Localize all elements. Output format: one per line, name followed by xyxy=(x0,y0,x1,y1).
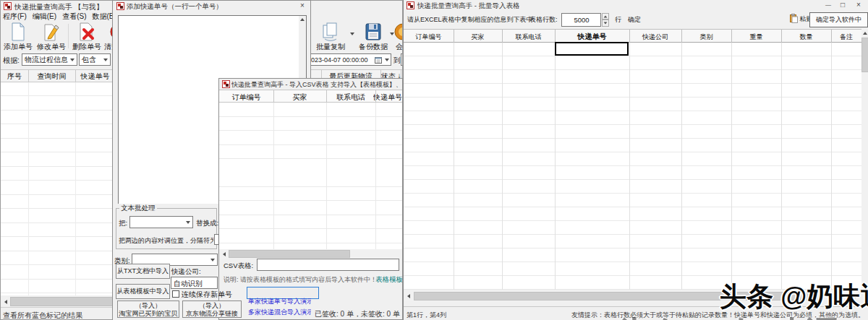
app-logo-icon xyxy=(116,2,124,10)
grid-line xyxy=(831,43,832,290)
replace-from-label: 把: xyxy=(119,219,127,228)
selected-cell[interactable] xyxy=(555,42,629,56)
grid-line xyxy=(75,82,76,295)
date-to-label: 到 xyxy=(393,56,401,66)
imp-col-phone[interactable]: 联系电话 xyxy=(502,33,555,42)
chevron-down-icon[interactable] xyxy=(385,59,389,61)
template-link[interactable]: 表格模板 xyxy=(375,275,403,285)
import-table-body[interactable] xyxy=(404,43,861,290)
date-from-field[interactable]: 2023-04-07 00:00:00 xyxy=(305,53,391,66)
main-hscroll-thumb[interactable] xyxy=(10,297,114,306)
grid-line xyxy=(731,43,732,290)
page-icon xyxy=(10,22,26,41)
header-divider xyxy=(831,29,832,43)
imp-col-qty[interactable]: 数量 xyxy=(781,33,831,42)
delete-number-button[interactable]: 删除单号 xyxy=(70,22,103,52)
grid-line xyxy=(326,103,327,249)
col-header-seq[interactable]: 序号 xyxy=(1,72,28,82)
chevron-down-icon xyxy=(210,259,215,261)
member-icon xyxy=(394,22,403,41)
batch-group-title: 文本批处理 xyxy=(119,204,157,213)
csv-col-tracking[interactable]: 快递单号 xyxy=(373,92,403,103)
menu-edit[interactable]: 编辑(E) xyxy=(33,12,56,22)
import-template-button[interactable]: 从表格模板中导入 xyxy=(116,284,170,299)
imp-col-courier[interactable]: 快递公司 xyxy=(629,33,681,42)
main-window-title: 快递批量查询高手 【与我】 xyxy=(14,2,103,12)
modify-number-button[interactable]: 修改单号 xyxy=(34,22,69,52)
col-header-trackingno[interactable]: 快递单号 xyxy=(75,72,115,82)
demo-single-link[interactable]: 单家快递单号导入演示 xyxy=(248,297,311,306)
maximize-icon[interactable]: □ xyxy=(836,0,849,10)
demo-multi-link[interactable]: 多家快递混合导入演示 xyxy=(248,308,311,317)
rows-confirm-button[interactable]: 确定 xyxy=(628,15,641,25)
header-divider xyxy=(454,29,454,43)
import-txt-button[interactable]: 从TXT文档中导入 xyxy=(116,264,170,279)
replace-from-select[interactable] xyxy=(129,216,193,228)
filter-op-select[interactable]: 包含 xyxy=(79,53,111,66)
csv-col-order[interactable]: 订单编号 xyxy=(219,92,273,103)
csv-col-buyer[interactable]: 买家 xyxy=(273,92,326,103)
imp-col-weight[interactable]: 重量 xyxy=(731,33,781,42)
courier-select[interactable]: 自动识别 xyxy=(171,277,218,289)
app-logo-icon xyxy=(407,1,414,9)
header-divider xyxy=(629,29,630,43)
imp-col-buyer[interactable]: 买家 xyxy=(454,33,502,42)
add-window-title: 添加快递单号（一行一个单号） xyxy=(127,2,223,12)
taobao-import-button[interactable]: （导入） 淘宝网已买到的宝贝 xyxy=(117,300,179,318)
filter-field-select[interactable]: 物流过程信息 xyxy=(22,53,77,66)
menu-view[interactable]: 查看(S) xyxy=(62,12,86,22)
header-divider xyxy=(781,29,782,43)
screenshot-root: { "glyphs": {"close":"×","min":"—","max"… xyxy=(0,0,868,320)
import-titlebar: 快递批量查询高手 - 批量导入表格 — □ × xyxy=(404,0,868,11)
minimize-icon[interactable]: — xyxy=(822,0,835,10)
close-icon[interactable]: × xyxy=(296,1,309,11)
csv-col-phone[interactable]: 联系电话 xyxy=(326,92,375,103)
scroll-left-icon[interactable] xyxy=(1,296,10,307)
stepper-down-icon[interactable] xyxy=(602,20,609,27)
scroll-left-icon[interactable] xyxy=(404,291,412,300)
scroll-up-icon[interactable] xyxy=(299,16,306,23)
imp-col-order[interactable]: 订单编号 xyxy=(404,33,454,42)
import-window: 快递批量查询高手 - 批量导入表格 — □ × 请从EXCEL表格中复制相应的信… xyxy=(403,0,868,320)
save-continuous-checkbox[interactable] xyxy=(172,290,179,298)
menu-program[interactable]: 程序(F) xyxy=(3,12,27,22)
courier-label: 快递公司: xyxy=(171,267,201,277)
header-divider xyxy=(75,69,76,82)
header-divider xyxy=(375,90,376,103)
scroll-up-icon[interactable] xyxy=(861,29,868,37)
grid-line xyxy=(454,43,454,290)
confirm-import-button[interactable]: 确定导入软件中 xyxy=(809,12,868,27)
imp-col-tracking[interactable]: 快递单号 xyxy=(555,32,629,42)
add-window-bottom: 文本批处理 把: 替换成: 把两边的内容对调位置，分隔符为: 类别: 从TXT文… xyxy=(112,204,311,320)
imp-col-note[interactable]: 备注 xyxy=(831,33,861,42)
grid-line xyxy=(502,43,503,290)
replace-to-label: 替换成: xyxy=(196,219,218,228)
chevron-down-icon xyxy=(186,221,190,224)
rows-count-stepper[interactable]: 5000 xyxy=(561,13,601,27)
stepper-up-icon[interactable] xyxy=(602,13,609,20)
calendar-icon[interactable] xyxy=(375,56,382,64)
save-continuous-label: 连续保存新单号 xyxy=(182,290,232,300)
batch-copy-button[interactable]: 批量复制 xyxy=(312,22,349,52)
pencil-icon xyxy=(43,22,60,41)
filter-label: 根据: xyxy=(3,56,20,66)
app-logo-icon xyxy=(4,2,12,10)
grid-line xyxy=(629,43,630,290)
imp-col-category[interactable]: 类别 xyxy=(681,33,731,42)
col-header-querytime[interactable]: 查询时间 xyxy=(28,72,75,82)
swap-separator-input[interactable] xyxy=(214,234,219,245)
import-vscroll-thumb[interactable] xyxy=(861,38,868,72)
member-button[interactable]: 会员 xyxy=(388,22,403,52)
csv-status-text: 已签收: 0 单，未签收: 0 单，未 xyxy=(315,309,403,319)
add-number-button[interactable]: 添加单号 xyxy=(2,22,34,52)
csv-titlebar: 快递批量查询高手 - 导入CSV表格 支持导入【表格模板】、【导出的 xyxy=(219,79,402,90)
add-titlebar: 添加快递单号（一行一个单号） × xyxy=(113,1,310,12)
rows-count-label: 表格行数: xyxy=(529,15,558,25)
close-icon[interactable]: × xyxy=(852,0,865,10)
grid-line xyxy=(28,82,29,295)
backup-data-button[interactable]: 备份数据 xyxy=(354,22,392,52)
header-divider xyxy=(502,29,503,43)
jd-import-button[interactable]: （导入） 京东物流分享链接 xyxy=(182,300,242,318)
clipboard-icon xyxy=(790,14,798,23)
header-divider xyxy=(555,29,556,43)
